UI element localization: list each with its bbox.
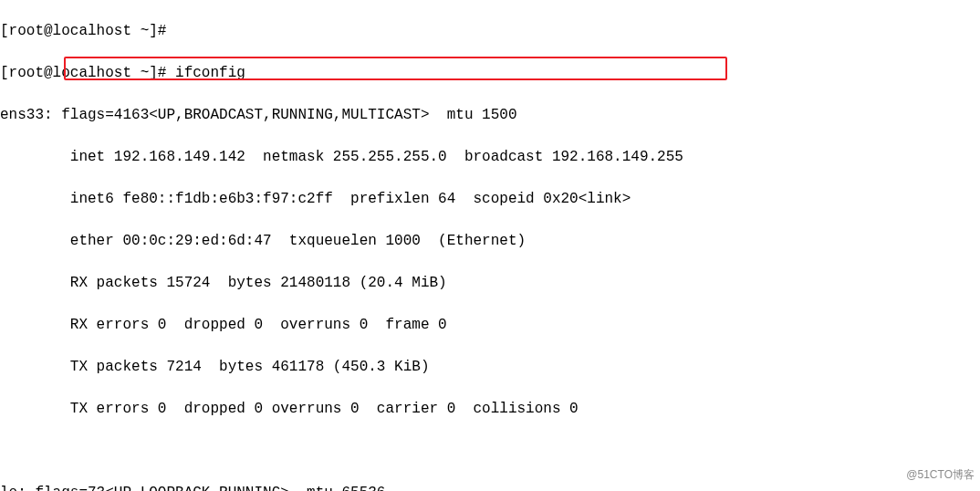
watermark-text: @51CTO博客 bbox=[906, 465, 975, 486]
prompt-line: [root@localhost ~]# bbox=[0, 21, 980, 42]
ens33-inet6: inet6 fe80::f1db:e6b3:f97:c2ff prefixlen… bbox=[0, 189, 980, 210]
ens33-rx-packets: RX packets 15724 bytes 21480118 (20.4 Mi… bbox=[0, 273, 980, 294]
ens33-inet: inet 192.168.149.142 netmask 255.255.255… bbox=[0, 147, 980, 168]
lo-header: lo: flags=73<UP,LOOPBACK,RUNNING> mtu 65… bbox=[0, 483, 980, 491]
ens33-tx-packets: TX packets 7214 bytes 461178 (450.3 KiB) bbox=[0, 357, 980, 378]
ens33-ether: ether 00:0c:29:ed:6d:47 txqueuelen 1000 … bbox=[0, 231, 980, 252]
ens33-header: ens33: flags=4163<UP,BROADCAST,RUNNING,M… bbox=[0, 105, 980, 126]
terminal-output[interactable]: [root@localhost ~]# [root@localhost ~]# … bbox=[0, 0, 980, 491]
ens33-rx-errors: RX errors 0 dropped 0 overruns 0 frame 0 bbox=[0, 315, 980, 336]
blank-line bbox=[0, 441, 980, 462]
command-line: [root@localhost ~]# ifconfig bbox=[0, 63, 980, 84]
ens33-tx-errors: TX errors 0 dropped 0 overruns 0 carrier… bbox=[0, 399, 980, 420]
